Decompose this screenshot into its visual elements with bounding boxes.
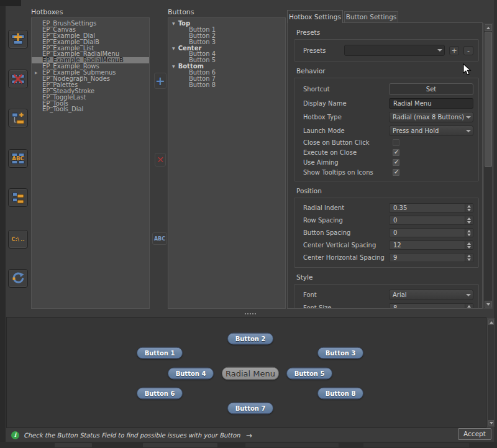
add-hotbox-button[interactable]	[8, 30, 28, 48]
rename-button-button[interactable]: ABC	[152, 232, 167, 245]
hotbox-path-button[interactable]: C:\ ..	[8, 230, 28, 249]
spinner-arrows-icon[interactable]	[465, 304, 473, 309]
abc-icon: ABC	[154, 236, 165, 242]
preview-button-8[interactable]: Button 8	[317, 388, 363, 400]
settings-row: FontArial	[299, 290, 473, 300]
dropdown-value: Radial (max 8 Buttons)	[390, 114, 464, 121]
preview-button-2[interactable]: Button 2	[227, 333, 273, 345]
tree-item-button-2[interactable]: Button 2	[168, 33, 285, 39]
scroll-down-icon[interactable]	[485, 301, 492, 308]
tree-item-button-7[interactable]: Button 7	[168, 76, 285, 82]
spinner-arrows-icon[interactable]	[465, 204, 473, 212]
section-title-style: Style	[296, 273, 479, 281]
settings-scrollbar[interactable]	[483, 23, 493, 309]
preset-remove-button[interactable]: -	[463, 46, 473, 55]
collapse-arrow-icon[interactable]: ▼	[172, 46, 175, 50]
presets-dropdown[interactable]	[344, 45, 445, 56]
spinner-arrows-icon[interactable]	[465, 229, 473, 237]
field-label: Font	[299, 291, 317, 298]
scroll-down-icon[interactable]	[488, 420, 494, 426]
radial-indent-spinner[interactable]: 0.35	[389, 203, 473, 213]
collapse-arrow-icon[interactable]: ▼	[172, 21, 175, 25]
tree-item-button-8[interactable]: Button 8	[168, 82, 285, 88]
delete-hotbox-icon	[11, 72, 25, 86]
preview-button-5[interactable]: Button 5	[286, 368, 332, 380]
rename-hotbox-button[interactable]: ABC	[8, 149, 28, 168]
spinner-arrows-icon[interactable]	[465, 254, 473, 262]
reload-hotboxes-button[interactable]	[8, 269, 28, 288]
preview-center-label[interactable]: Radial Menu	[222, 367, 279, 380]
rename-hotbox-icon: ABC	[11, 152, 25, 165]
duplicate-hotbox-icon	[11, 111, 25, 125]
hotbox-list-item[interactable]: EP_Tools_Dial	[32, 106, 149, 112]
spinner-arrows-icon[interactable]	[465, 216, 473, 224]
preview-button-4[interactable]: Button 4	[168, 368, 214, 380]
field-label: Row Spacing	[299, 217, 343, 224]
arrow-right-icon: →	[246, 431, 252, 440]
execute-on-close-checkbox[interactable]	[393, 149, 399, 156]
tree-item-button-4[interactable]: Button 4	[168, 51, 285, 57]
group-position: Radial Indent0.35Row Spacing0Button Spac…	[294, 198, 479, 268]
preview-scrollbar[interactable]	[487, 318, 495, 427]
splitter-handle[interactable]	[245, 313, 256, 315]
field-label: Display Name	[299, 100, 347, 107]
expand-arrow-icon[interactable]: ▶	[35, 70, 38, 76]
delete-button-button[interactable]: ✕	[155, 153, 166, 167]
field-label: Execute on Close	[299, 149, 357, 156]
settings-row: Hotbox TypeRadial (max 8 Buttons)	[299, 112, 473, 122]
scrollbar-thumb[interactable]	[485, 32, 492, 167]
display-name-input[interactable]: Radial Menu	[389, 98, 473, 109]
dropdown-value: Arial	[390, 291, 464, 298]
close-on-button-click-checkbox[interactable]	[393, 139, 399, 146]
tree-item-button-1[interactable]: Button 1	[168, 27, 285, 33]
delete-hotbox-button[interactable]	[8, 70, 28, 88]
preview-button-1[interactable]: Button 1	[137, 347, 183, 359]
launch-mode-dropdown[interactable]: Press and Hold	[389, 126, 473, 136]
preset-add-button[interactable]: +	[449, 46, 459, 55]
settings-row: Presets+-	[299, 45, 473, 56]
preview-canvas: Button 2Button 1Button 3Button 4Button 5…	[6, 317, 486, 428]
status-message: Check the Button Status Field to find po…	[24, 432, 240, 439]
buttons-tree[interactable]: ▼TopButton 1Button 2Button 3▼CenterButto…	[168, 17, 286, 309]
reload-hotboxes-icon	[11, 272, 25, 285]
hotbox-list[interactable]: EP_BrushSettingsEP_CanvasEP_Example_Dial…	[31, 17, 150, 309]
row-spacing-spinner[interactable]: 0	[389, 216, 473, 225]
tree-item-button-6[interactable]: Button 6	[168, 70, 285, 76]
hotbox-type-dropdown[interactable]: Radial (max 8 Buttons)	[389, 112, 473, 122]
tab-button-settings[interactable]: Button Settings	[344, 11, 398, 22]
tree-group-bottom[interactable]: ▼Bottom	[168, 63, 285, 70]
spinner-value: 12	[390, 242, 465, 249]
scroll-up-icon[interactable]	[485, 24, 492, 31]
use-aiming-checkbox[interactable]	[393, 159, 399, 166]
settings-row: Launch ModePress and Hold	[299, 126, 473, 136]
field-label: Shortcut	[299, 86, 330, 93]
dropdown-value: Press and Hold	[390, 127, 464, 134]
field-label: Use Aiming	[299, 159, 339, 166]
scroll-up-icon[interactable]	[488, 319, 494, 325]
collapse-arrow-icon[interactable]: ▼	[172, 64, 175, 68]
font-dropdown[interactable]: Arial	[389, 290, 473, 300]
section-title-presets: Presets	[296, 29, 479, 36]
preview-button-7[interactable]: Button 7	[227, 403, 273, 414]
center-vertical-spacing-spinner[interactable]: 12	[389, 240, 473, 250]
tree-group-top[interactable]: ▼Top	[168, 21, 285, 27]
group-style: FontArialFont Size8Bold Text	[294, 284, 479, 309]
shortcut-button[interactable]: Set	[389, 83, 473, 95]
organize-hotboxes-button[interactable]	[8, 188, 28, 207]
hotbox-name: EP_Tools_Dial	[42, 106, 83, 112]
settings-row: Font Size8	[299, 303, 473, 309]
duplicate-hotbox-button[interactable]	[8, 109, 28, 127]
button-spacing-spinner[interactable]: 0	[389, 228, 473, 237]
preview-button-6[interactable]: Button 6	[137, 388, 183, 400]
show-tooltips-on-icons-checkbox[interactable]	[393, 169, 399, 176]
organize-hotboxes-icon	[11, 191, 25, 204]
field-label: Presets	[299, 47, 342, 54]
center-horizontal-spacing-spinner[interactable]: 9	[389, 253, 473, 262]
preview-button-3[interactable]: Button 3	[317, 347, 363, 359]
tab-hotbox-settings[interactable]: Hotbox Settings	[287, 10, 343, 23]
spinner-arrows-icon[interactable]	[465, 241, 473, 249]
tree-group-center[interactable]: ▼Center	[168, 45, 285, 52]
font-size-spinner[interactable]: 8	[389, 303, 473, 309]
add-button-button[interactable]: +	[154, 73, 166, 89]
accept-button[interactable]: Accept	[458, 428, 491, 440]
